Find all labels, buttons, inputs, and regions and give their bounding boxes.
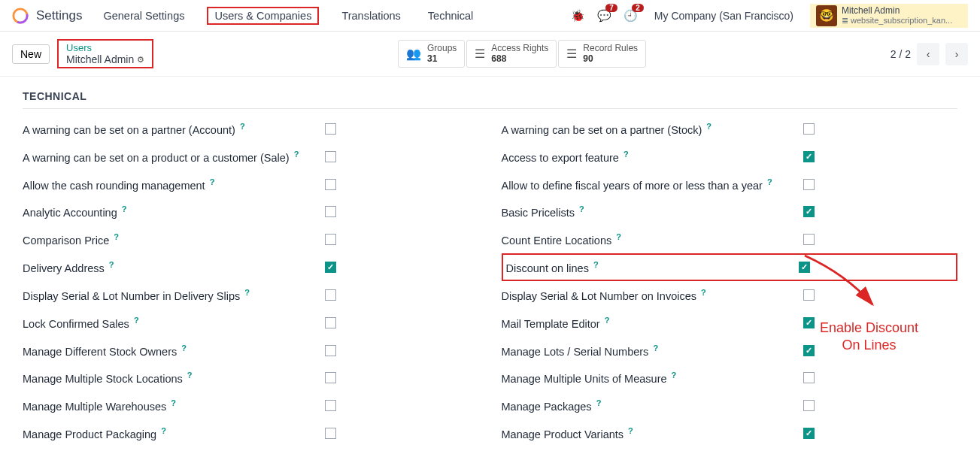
- help-icon[interactable]: ?: [653, 344, 658, 353]
- company-selector[interactable]: My Company (San Francisco): [654, 10, 793, 22]
- setting-label: A warning can be set on a partner (Stock…: [502, 122, 804, 136]
- menu-item-users-companies[interactable]: Users & Companies: [207, 7, 319, 25]
- user-menu[interactable]: 🤓 Mitchell Admin ≣ website_subscription_…: [810, 4, 968, 28]
- help-icon[interactable]: ?: [294, 150, 299, 159]
- pager-value: 2 / 2: [890, 48, 911, 60]
- activities-badge: 2: [632, 4, 644, 12]
- checkbox[interactable]: [803, 179, 815, 190]
- app-title: Settings: [36, 8, 82, 23]
- setting-row: Manage Multiple Warehouses ?: [23, 392, 479, 419]
- setting-label: Manage Multiple Stock Locations ?: [23, 371, 325, 385]
- checkbox[interactable]: [803, 151, 815, 162]
- checkbox[interactable]: [325, 400, 336, 411]
- checkbox[interactable]: [799, 262, 810, 273]
- setting-row: Manage Packages ?: [502, 392, 958, 419]
- help-icon[interactable]: ?: [161, 426, 166, 435]
- gear-icon[interactable]: ⚙: [137, 55, 144, 65]
- checkbox[interactable]: [803, 234, 815, 245]
- left-column: A warning can be set on a partner (Accou…: [23, 115, 479, 454]
- setting-row: A warning can be set on a product or a c…: [23, 143, 479, 171]
- help-icon[interactable]: ?: [605, 316, 610, 325]
- checkbox[interactable]: [325, 234, 336, 245]
- checkbox[interactable]: [803, 289, 815, 301]
- pager-prev-button[interactable]: ‹: [917, 43, 939, 65]
- help-icon[interactable]: ?: [579, 204, 584, 213]
- checkbox[interactable]: [803, 428, 815, 439]
- messages-icon[interactable]: 💬7: [597, 9, 611, 23]
- help-icon[interactable]: ?: [181, 344, 187, 353]
- checkbox[interactable]: [803, 206, 815, 217]
- new-button[interactable]: New: [12, 44, 50, 64]
- right-column: A warning can be set on a partner (Stock…: [502, 115, 958, 454]
- checkbox[interactable]: [325, 289, 336, 301]
- checkbox[interactable]: [803, 123, 815, 135]
- setting-label: Manage Multiple Units of Measure ?: [502, 371, 804, 385]
- help-icon[interactable]: ?: [628, 426, 633, 435]
- help-icon[interactable]: ?: [672, 371, 677, 380]
- menu-item-translations[interactable]: Translations: [337, 7, 405, 25]
- stat-groups[interactable]: 👥Groups31: [398, 40, 465, 67]
- checkbox[interactable]: [325, 317, 336, 328]
- setting-label: Manage Multiple Warehouses ?: [23, 398, 325, 413]
- help-icon[interactable]: ?: [244, 288, 250, 297]
- help-icon[interactable]: ?: [701, 288, 706, 297]
- help-icon[interactable]: ?: [767, 177, 772, 186]
- setting-label: Allow the cash rounding management ?: [23, 177, 325, 192]
- checkbox[interactable]: [325, 428, 336, 439]
- help-icon[interactable]: ?: [240, 122, 245, 131]
- checkbox[interactable]: [803, 345, 815, 356]
- checkbox[interactable]: [803, 400, 815, 411]
- help-icon[interactable]: ?: [114, 232, 119, 241]
- breadcrumb-link-users[interactable]: Users: [66, 42, 144, 53]
- stat-icon: 👥: [406, 47, 421, 61]
- setting-row: A warning can be set on a partner (Stock…: [502, 115, 958, 143]
- help-icon[interactable]: ?: [171, 398, 176, 407]
- setting-row: Allow the cash rounding management ?: [23, 171, 479, 198]
- setting-label: Manage Product Variants ?: [502, 426, 804, 440]
- help-icon[interactable]: ?: [122, 204, 127, 213]
- help-icon[interactable]: ?: [109, 260, 114, 269]
- setting-label: Discount on lines ?: [506, 260, 799, 274]
- setting-row: Display Serial & Lot Number on Invoices …: [502, 281, 958, 309]
- breadcrumb-current: Mitchell Admin ⚙: [66, 53, 144, 65]
- setting-label: Allow to define fiscal years of more or …: [502, 177, 804, 192]
- setting-row: Manage Push and Pull inventory flows ?: [23, 447, 479, 454]
- menu-item-general-settings[interactable]: General Settings: [99, 7, 189, 25]
- help-icon[interactable]: ?: [616, 232, 621, 241]
- form-content: TECHNICAL A warning can be set on a part…: [0, 77, 980, 454]
- checkbox[interactable]: [325, 151, 336, 162]
- user-name: Mitchell Admin: [842, 5, 952, 16]
- stat-record-rules[interactable]: ☰Record Rules90: [558, 40, 646, 67]
- setting-row: Mail Template Editor ?: [502, 309, 958, 337]
- stat-access-rights[interactable]: ☰Access Rights688: [466, 40, 557, 67]
- setting-row: Comparison Price ?: [23, 225, 479, 253]
- help-icon[interactable]: ?: [210, 177, 215, 186]
- checkbox[interactable]: [325, 179, 336, 190]
- pager-next-button[interactable]: ›: [945, 43, 968, 65]
- topbar: Settings General SettingsUsers & Compani…: [0, 0, 980, 32]
- checkbox[interactable]: [325, 345, 336, 356]
- checkbox[interactable]: [325, 372, 336, 383]
- setting-label: Access to export feature ?: [502, 150, 804, 164]
- avatar-icon: 🤓: [816, 5, 837, 26]
- setting-row: Count Entire Locations ?: [502, 225, 958, 253]
- setting-row: Manage Product Packaging ?: [23, 419, 479, 447]
- menu-item-technical[interactable]: Technical: [423, 7, 478, 25]
- checkbox[interactable]: [325, 262, 336, 273]
- checkbox[interactable]: [803, 372, 815, 383]
- help-icon[interactable]: ?: [623, 150, 629, 159]
- help-icon[interactable]: ?: [706, 122, 711, 131]
- setting-row: Basic Pricelists ?: [502, 198, 958, 225]
- help-icon[interactable]: ?: [596, 398, 602, 407]
- help-icon[interactable]: ?: [134, 316, 139, 325]
- help-icon[interactable]: ?: [187, 371, 193, 380]
- setting-row: Lock Confirmed Sales ?: [23, 309, 479, 337]
- bug-icon[interactable]: 🐞: [571, 9, 585, 23]
- setting-row: Multi-website ?: [502, 447, 958, 454]
- checkbox[interactable]: [803, 317, 815, 328]
- activities-icon[interactable]: 🕘2: [623, 9, 638, 23]
- setting-label: A warning can be set on a product or a c…: [23, 150, 325, 164]
- help-icon[interactable]: ?: [593, 260, 599, 269]
- checkbox[interactable]: [325, 206, 336, 217]
- checkbox[interactable]: [325, 123, 336, 135]
